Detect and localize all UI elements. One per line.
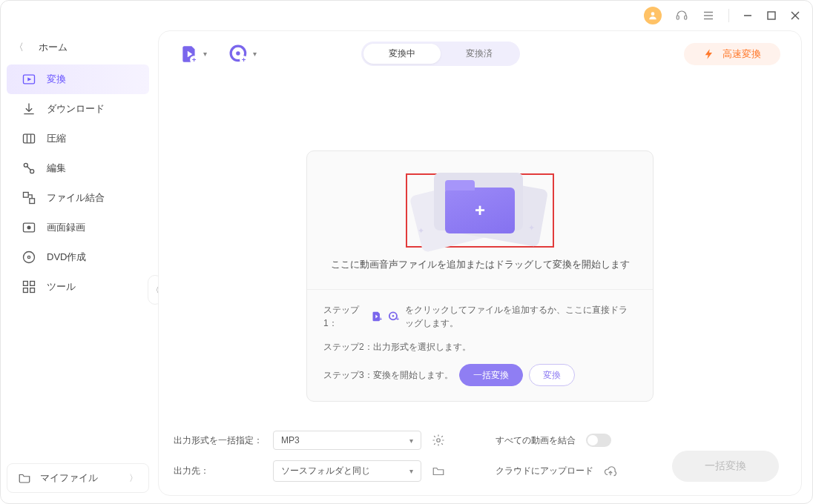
svg-rect-18 [24, 193, 29, 198]
svg-point-21 [27, 226, 31, 230]
output-format-value: MP3 [281, 435, 300, 445]
nav-label: ツール [47, 280, 76, 294]
chevron-down-icon: ▾ [409, 437, 413, 445]
svg-rect-12 [24, 134, 35, 143]
tabs: 変換中 変換済 [361, 42, 520, 66]
batch-convert-button[interactable]: 一括変換 [459, 364, 523, 386]
svg-point-23 [27, 256, 30, 258]
nav-label: 編集 [47, 162, 66, 175]
dvd-icon [22, 250, 36, 265]
fast-convert-button[interactable]: 高速変換 [684, 43, 780, 65]
svg-rect-26 [24, 288, 28, 293]
sidebar-item-compress[interactable]: 圧縮 [7, 124, 149, 153]
svg-text:+: + [242, 55, 246, 63]
step-3: ステップ3：変換を開始します。 一括変換 変換 [323, 364, 636, 386]
home-link[interactable]: 〈 ホーム [1, 36, 155, 64]
svg-point-40 [437, 439, 441, 442]
cloud-label: クラウドにアップロード [496, 465, 593, 477]
svg-rect-1 [677, 16, 679, 19]
add-file-button[interactable]: + ▾ [180, 44, 207, 64]
output-format-label: 出力形式を一括指定： [174, 434, 263, 447]
svg-point-38 [392, 315, 395, 317]
batch-convert-main-button[interactable]: 一括変換 [672, 451, 779, 482]
convert-button[interactable]: 変換 [529, 364, 575, 386]
support-icon[interactable] [675, 9, 688, 22]
svg-point-22 [24, 252, 35, 263]
sidebar-item-dvd[interactable]: DVD作成 [7, 242, 149, 272]
nav-label: 変換 [47, 73, 66, 86]
folder-plus-icon: + [445, 188, 515, 233]
output-folder-select[interactable]: ソースフォルダと同じ ▾ [273, 460, 421, 482]
svg-point-0 [651, 12, 655, 16]
svg-marker-11 [27, 78, 31, 82]
svg-line-17 [27, 167, 31, 170]
toolbar: + ▾ + ▾ 変換中 変換済 高速変換 [159, 31, 801, 76]
svg-text:+: + [396, 316, 399, 322]
maximize-button[interactable] [766, 10, 777, 21]
file-add-icon: + [180, 44, 199, 64]
nav-label: DVD作成 [47, 251, 86, 264]
chevron-down-icon: ▾ [253, 50, 257, 58]
settings-icon[interactable] [432, 434, 445, 447]
chevron-left-icon: 〈 [14, 41, 24, 54]
record-icon [22, 220, 36, 235]
open-folder-icon[interactable] [432, 465, 445, 478]
cloud-upload-icon[interactable] [604, 465, 617, 478]
folder-icon [18, 471, 31, 485]
step-1: ステップ1： + + をクリックしてファイルを追加するか、ここに直接ドラッグしま… [323, 303, 636, 330]
my-files-button[interactable]: マイファイル 〉 [7, 463, 149, 493]
sparkle-icon: ✦ [418, 226, 424, 236]
nav-label: ファイル結合 [47, 191, 105, 205]
sidebar: 〈 ホーム 変換 ダウンロード 圧縮 編集 ファイル結合 [1, 30, 155, 503]
titlebar [1, 1, 812, 30]
output-folder-label: 出力先： [174, 465, 263, 477]
minimize-button[interactable] [743, 10, 753, 21]
merge-label: すべての動画を結合 [496, 434, 576, 447]
output-format-select[interactable]: MP3 ▾ [273, 431, 421, 450]
fast-convert-label: 高速変換 [723, 47, 761, 61]
chevron-down-icon: ▾ [203, 50, 207, 58]
chevron-right-icon: 〉 [129, 472, 138, 485]
divider [728, 9, 729, 22]
close-button[interactable] [790, 10, 800, 21]
tools-icon [22, 279, 36, 294]
svg-rect-27 [30, 288, 35, 293]
lightning-icon [703, 48, 715, 60]
tab-converted[interactable]: 変換済 [441, 44, 518, 64]
nav-label: 画面録画 [47, 221, 85, 234]
avatar[interactable] [644, 7, 662, 24]
dropzone: + ✦ ✦ ここに動画音声ファイルを追加またはドラッグして変換を開始します ステ… [306, 150, 654, 402]
step-2: ステップ2：出力形式を選択します。 [323, 340, 636, 354]
compress-icon [22, 131, 36, 146]
nav-label: 圧縮 [47, 132, 66, 145]
add-media-dropzone[interactable]: + ✦ ✦ [406, 173, 554, 248]
sidebar-item-convert[interactable]: 変換 [7, 64, 149, 94]
file-add-icon: + [371, 310, 382, 323]
add-disc-button[interactable]: + ▾ [229, 44, 257, 64]
output-folder-value: ソースフォルダと同じ [281, 465, 370, 477]
chevron-down-icon: ▾ [409, 467, 413, 475]
svg-rect-25 [30, 282, 35, 286]
tab-converting[interactable]: 変換中 [363, 44, 441, 64]
svg-rect-2 [685, 16, 687, 19]
sparkle-icon: ✦ [528, 223, 535, 233]
sidebar-item-record[interactable]: 画面録画 [7, 213, 149, 242]
merge-icon [22, 190, 36, 205]
merge-toggle[interactable] [586, 434, 611, 447]
sidebar-item-edit[interactable]: 編集 [7, 153, 149, 183]
sidebar-item-tools[interactable]: ツール [7, 272, 149, 302]
edit-icon [22, 161, 36, 176]
my-files-label: マイファイル [40, 471, 98, 485]
menu-icon[interactable] [702, 9, 715, 22]
disc-add-icon: + [229, 44, 248, 64]
svg-rect-7 [768, 12, 775, 19]
svg-text:+: + [379, 316, 382, 322]
sidebar-item-download[interactable]: ダウンロード [7, 94, 149, 124]
svg-text:+: + [192, 55, 197, 63]
dropzone-message: ここに動画音声ファイルを追加またはドラッグして変換を開始します [322, 258, 638, 271]
sidebar-item-merge[interactable]: ファイル結合 [7, 183, 149, 213]
nav-label: ダウンロード [47, 102, 105, 116]
download-icon [22, 102, 36, 116]
svg-rect-19 [30, 199, 35, 204]
svg-rect-24 [24, 282, 28, 286]
